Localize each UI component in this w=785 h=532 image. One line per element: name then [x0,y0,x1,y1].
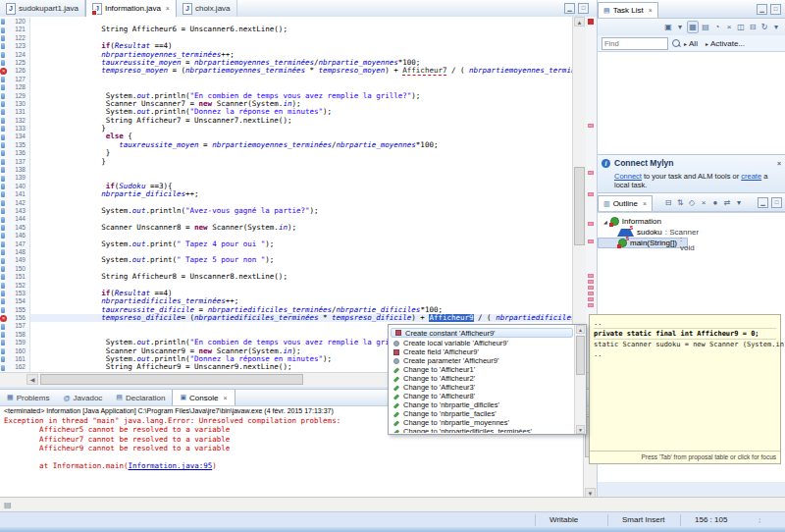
gutter-line-133[interactable]: 133 [0,125,29,133]
code-line-122[interactable] [30,34,572,42]
quickfix-item[interactable]: Change to 'nbrpartie_moyennes' [390,418,574,427]
tab-outline[interactable]: ▥ Outline × [598,195,653,211]
popup-scrollbar[interactable]: ▲ ▼ [574,325,586,434]
maximize-icon[interactable]: □ [771,197,782,208]
minimize-icon[interactable]: ▁ [564,3,575,14]
close-icon[interactable]: × [777,160,781,167]
code-line-137[interactable]: } [30,158,572,166]
gutter-line-154[interactable]: 154 [0,297,29,305]
gutter-line-126[interactable]: ×126 [0,67,29,75]
gutter-line-137[interactable]: 137 [0,158,29,166]
code-line-120[interactable] [30,18,572,26]
gutter-line-152[interactable]: 152 [0,282,29,290]
gutter-line-146[interactable]: 146 [0,232,29,239]
code-line-134[interactable]: else { [30,133,572,140]
editor-code[interactable]: String Afficheur6 = Unscanner6.nextLine(… [30,18,572,372]
editor-tab-Information.java[interactable]: JInformation.java× [85,0,177,17]
gutter-line-160[interactable]: 160 [0,347,29,355]
code-line-141[interactable]: nbrpartie_dificiles++; [30,190,572,198]
code-line-155[interactable]: tauxreussite_dificile = nbrpartiedificil… [30,306,572,314]
minimize-icon[interactable]: ▁ [757,4,767,15]
gutter-line-150[interactable]: 150 [0,265,29,273]
close-tab-icon[interactable]: × [649,7,653,14]
error-overview-marker[interactable] [588,274,594,278]
gutter-line-124[interactable]: 124 [0,51,29,59]
code-line-140[interactable]: if(Sudoku ==3){ [30,183,572,190]
quickfix-item[interactable]: Change to 'nbrpartie_dificiles' [390,400,574,409]
error-overview-marker[interactable] [588,292,594,295]
scrollbar-thumb[interactable] [574,167,585,245]
tab-problems[interactable]: ▦Problems [0,390,56,405]
outline-node-mainString[interactable]: main(String[]) : void [598,238,688,248]
code-line-146[interactable] [30,232,572,239]
code-line-143[interactable]: System.out.println("Avez-vous gagné la p… [30,207,572,215]
gutter-line-159[interactable]: 159 [0,339,29,346]
outline-node-Information[interactable]: ◢Information [598,216,785,227]
close-tab-icon[interactable]: × [223,395,227,401]
quickfix-item[interactable]: Create field 'Afficheur9' [390,347,574,356]
code-line-156[interactable]: tempsreso_dificile= (nbrpartiedificiles_… [30,314,572,322]
gutter-line-155[interactable]: 155 [0,306,29,314]
collapse-all-icon[interactable]: ⊟ [663,197,673,208]
gutter-line-131[interactable]: 131 [0,108,29,116]
gutter-line-144[interactable]: 144 [0,215,29,223]
gutter-line-145[interactable]: 145 [0,224,29,232]
gutter-line-128[interactable]: 128 [0,83,29,91]
code-line-154[interactable]: nbrpartiedificiles_terminées++; [30,297,572,305]
gutter-line-147[interactable]: 147 [0,240,29,248]
gutter-line-151[interactable]: 151 [0,273,29,281]
code-line-148[interactable] [30,248,572,256]
categorized-presentation-icon[interactable]: ▦ [687,21,699,33]
code-line-145[interactable]: Scanner Unscanner8 = new Scanner(System.… [30,224,572,232]
code-line-150[interactable] [30,265,572,273]
quickfix-item[interactable]: Change to 'nbrpartiedificiles_terminées' [390,427,574,433]
code-line-121[interactable]: String Afficheur6 = Unscanner6.nextLine(… [30,26,572,33]
gutter-line-132[interactable]: 132 [0,117,29,125]
view-menu-icon[interactable]: ▾ [771,22,781,32]
error-overview-marker[interactable] [588,239,594,243]
quickfix-item[interactable]: Change to 'Afficheur2' [390,374,574,383]
gutter-line-120[interactable]: 120 [0,18,29,26]
code-line-129[interactable]: System.out.println("En combien de temps … [30,92,572,100]
filter-activate[interactable]: ▸Activate... [706,39,745,48]
gutter-line-143[interactable]: 143 [0,207,29,215]
code-line-123[interactable]: if(Resultat ==4) [30,42,572,50]
search-icon[interactable] [672,39,680,47]
collapse-all-icon[interactable]: ⊟ [748,22,758,32]
overview-error-indicator[interactable] [588,19,594,25]
close-tab-icon[interactable]: × [643,200,647,207]
code-line-127[interactable] [30,76,572,83]
gutter-line-142[interactable]: 142 [0,199,29,207]
quickfix-item[interactable]: Change to 'Afficheur3' [390,383,574,392]
quickfix-item[interactable]: Create local variable 'Afficheur9' [390,339,574,347]
link-with-editor-icon[interactable]: ⇄ [722,197,732,208]
scroll-left-icon[interactable]: ◀ [26,374,38,385]
gutter-line-153[interactable]: 153 [0,290,29,297]
gutter-line-130[interactable]: 130 [0,100,29,108]
synchronize-icon[interactable]: ↻ [759,22,769,32]
error-overview-marker[interactable] [588,297,594,301]
code-line-124[interactable]: nbrpartiemoyennes_terminées++; [30,51,572,59]
find-input[interactable] [602,37,668,50]
gutter-line-148[interactable]: 148 [0,248,29,256]
code-line-126[interactable]: tempsreso_moyen = (nbrpartiemoyennes_ter… [30,67,572,75]
minimize-icon[interactable]: ▁ [758,197,768,208]
maximize-icon[interactable]: □ [770,4,781,15]
gutter-line-134[interactable]: 134 [0,133,29,140]
gutter-line-129[interactable]: 129 [0,92,29,100]
new-task-icon[interactable]: ▣ [663,22,673,32]
code-line-144[interactable] [30,215,572,223]
scrollbar-thumb[interactable] [40,374,303,385]
view-menu-icon[interactable]: ▾ [734,197,744,208]
expand-arrow-icon[interactable]: ◢ [603,219,607,225]
gutter-line-141[interactable]: 141 [0,190,29,198]
mylyn-link[interactable]: create [741,172,761,181]
gutter-line-149[interactable]: 149 [0,256,29,264]
gutter-line-122[interactable]: 122 [0,34,29,42]
quickfix-item[interactable]: Create constant 'Afficheur9' [391,328,573,338]
error-overview-marker[interactable] [588,171,594,175]
scheduled-presentation-icon[interactable]: ▤ [701,22,710,32]
scroll-up-icon[interactable]: ▲ [576,325,585,334]
editor-tab-choix.java[interactable]: Jchoix.java [177,0,237,17]
gutter-line-127[interactable]: 127 [0,76,29,83]
